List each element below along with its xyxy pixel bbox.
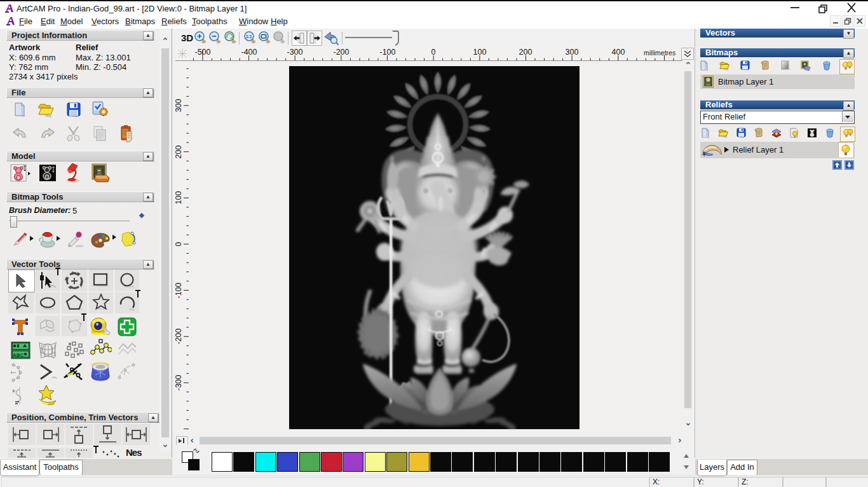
svg-text:200: 200	[175, 146, 183, 159]
svg-text:-200: -200	[175, 328, 183, 344]
svg-text:0: 0	[175, 242, 183, 246]
svg-text:100: 100	[175, 191, 183, 205]
svg-text:-100: -100	[379, 48, 395, 57]
svg-text:-100: -100	[175, 282, 183, 298]
svg-text:300: 300	[175, 99, 183, 113]
svg-text:400: 400	[612, 48, 625, 57]
svg-text:300: 300	[566, 48, 579, 57]
svg-text:200: 200	[519, 48, 532, 57]
svg-text:100: 100	[473, 48, 487, 57]
svg-text:-300: -300	[175, 374, 183, 390]
svg-text:1:1: 1:1	[246, 34, 252, 39]
svg-text:0: 0	[431, 48, 436, 57]
svg-text:-400: -400	[241, 48, 257, 57]
svg-text:-300: -300	[287, 48, 302, 57]
svg-text:-200: -200	[333, 48, 349, 57]
svg-text:-500: -500	[194, 48, 210, 57]
svg-text:ABC: ABC	[13, 352, 24, 358]
